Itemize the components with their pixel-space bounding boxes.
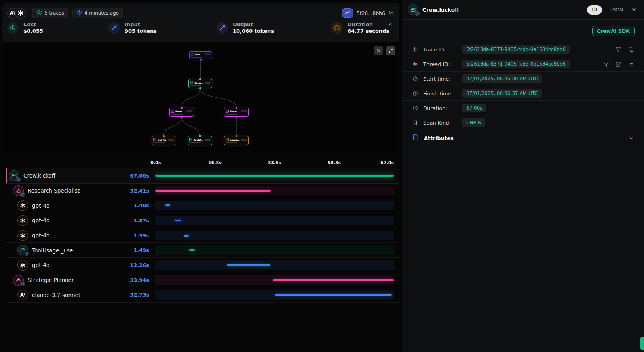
waterfall-row[interactable]: gpt-4o 1.40s xyxy=(6,198,399,213)
graph-node-subtext xyxy=(189,142,201,143)
attributes-section-toggle[interactable]: Attributes xyxy=(402,130,644,146)
trace-age-badge[interactable]: 4 minutes ago xyxy=(72,8,123,18)
agentops-subbadge-icon xyxy=(20,192,25,197)
span-name: gpt-4o xyxy=(32,232,49,238)
waterfall-row[interactable]: Research Specialist 32.41s xyxy=(6,184,399,199)
span-bar[interactable] xyxy=(227,264,270,266)
span-bar[interactable] xyxy=(184,235,189,237)
span-name: Crew.kickoff xyxy=(23,172,55,179)
waterfall-row[interactable]: gpt-4o 1.87s xyxy=(6,213,399,228)
graph-node-subtext xyxy=(226,114,237,115)
copy-trace-id-button[interactable] xyxy=(389,10,394,16)
metrics-row: Cost $0.055 Input 905 tokens Output 10,0… xyxy=(2,19,399,34)
openai-icon xyxy=(17,230,28,241)
span-bar[interactable] xyxy=(155,175,394,177)
tab-json[interactable]: JSON xyxy=(610,7,623,13)
copy-value-button[interactable] xyxy=(628,47,634,53)
dollar-icon xyxy=(7,22,19,34)
span-duration: 1.40s xyxy=(133,202,154,208)
span-bar[interactable] xyxy=(273,279,393,281)
filter-icon-button[interactable] xyxy=(603,61,609,67)
graph-node-badge xyxy=(241,110,247,112)
waterfall-row[interactable]: Crew.kickoff 67.00s xyxy=(6,168,399,184)
graph-expand-button[interactable] xyxy=(386,46,395,55)
span-duration: 12.26s xyxy=(130,262,154,268)
span-bar[interactable] xyxy=(189,249,194,251)
collapse-metrics-button[interactable] xyxy=(387,21,393,29)
trace-overview: A\ 5 traces 4 minutes ago 5f26...8bb6 xyxy=(0,0,402,352)
tab-ui[interactable]: UI xyxy=(587,5,602,15)
crew-icon xyxy=(9,170,19,181)
span-duration: 1.87s xyxy=(133,218,154,223)
detail-value[interactable]: 07/01/2025, 06:06:37 AM UTC xyxy=(462,89,542,98)
hash-icon xyxy=(412,47,418,52)
graph-node-crew[interactable]: Crew.kickoff xyxy=(188,79,212,88)
copy-value-button[interactable] xyxy=(628,61,634,67)
metrics-chart-button[interactable] xyxy=(342,8,353,18)
span-bar[interactable] xyxy=(175,220,182,221)
detail-row: Duration: 67.00s xyxy=(402,101,644,115)
traces-count-label: 5 traces xyxy=(45,10,64,16)
crew-span-icon xyxy=(408,4,418,15)
span-bar[interactable] xyxy=(155,190,271,192)
metric-label: Output xyxy=(233,21,274,27)
crew-icon xyxy=(17,245,28,255)
span-duration: 1.35s xyxy=(133,233,154,238)
clock-icon xyxy=(412,105,418,111)
metric-label: Cost xyxy=(23,21,43,27)
clock-icon xyxy=(412,76,418,81)
waterfall-row[interactable]: ToolUsage._use 1.49s xyxy=(6,243,399,258)
detail-value[interactable]: 5f2613da-8371-9405-fcdd-0a1534cc8bb6 xyxy=(462,45,570,54)
trace-age-label: 4 minutes ago xyxy=(85,10,119,16)
detail-row: Span Kind: CHAIN xyxy=(402,115,644,130)
hash-icon xyxy=(412,61,418,67)
graph-node-sp[interactable]: Strategic Planner xyxy=(224,108,249,117)
span-bar[interactable] xyxy=(275,294,392,296)
graph-node-rs[interactable]: Research Speciali... xyxy=(169,108,194,117)
detail-label: Trace ID: xyxy=(423,47,461,53)
graph-node-badge xyxy=(168,139,174,141)
graph-close-button[interactable] xyxy=(374,46,383,55)
detail-value[interactable]: 5f2613da-8371-9405-fcdd-0a1534cc8bb6 xyxy=(462,60,570,68)
anthropic-icon: A\ xyxy=(17,290,28,300)
trending-up-icon xyxy=(345,10,350,16)
traces-count-badge[interactable]: 5 traces xyxy=(32,8,68,18)
span-name: claude-3.7-sonnet xyxy=(32,292,80,298)
span-duration: 32.73s xyxy=(130,292,154,298)
detail-value[interactable]: 07/01/2025, 06:05:30 AM UTC xyxy=(462,74,542,83)
span-track xyxy=(155,231,394,240)
openai-icon xyxy=(17,200,28,211)
floating-chat-button[interactable] xyxy=(640,337,644,350)
panel-title: Crew.kickoff xyxy=(422,7,459,13)
clock-icon xyxy=(412,91,418,96)
filter-icon-button[interactable] xyxy=(616,47,621,53)
open-external-button[interactable] xyxy=(616,61,621,67)
detail-label: Thread ID: xyxy=(423,61,461,67)
span-details-panel: Crew.kickoff UI JSON CrewAI SDK Trace ID… xyxy=(402,0,644,352)
span-name: Research Specialist xyxy=(28,187,80,194)
waterfall-row[interactable]: A\ claude-3.7-sonnet 32.73s xyxy=(6,288,399,303)
openai-icon xyxy=(17,215,28,226)
graph-node-label: Run xyxy=(195,53,203,56)
panel-close-button[interactable] xyxy=(631,7,637,13)
waterfall-row[interactable]: gpt-4o 12.26s xyxy=(6,258,399,273)
span-bar[interactable] xyxy=(165,204,171,206)
graph-node-claude[interactable]: claude-3.7-sonnet xyxy=(224,136,249,145)
detail-value[interactable]: 67.00s xyxy=(462,104,486,112)
openai-logo xyxy=(15,8,26,19)
agent-icon xyxy=(13,185,24,196)
span-duration: 67.00s xyxy=(130,173,154,179)
graph-node-gpt[interactable]: gpt-4o xyxy=(152,136,175,145)
waterfall-row[interactable]: Strategic Planner 33.94s xyxy=(6,273,399,288)
span-detail-rows: Trace ID: 5f2613da-8371-9405-fcdd-0a1534… xyxy=(402,42,644,130)
trace-view-root: A\ 5 traces 4 minutes ago 5f26...8bb6 xyxy=(0,0,644,352)
detail-value[interactable]: CHAIN xyxy=(462,118,485,127)
span-track xyxy=(155,260,394,270)
detail-label: Finish time: xyxy=(423,91,461,97)
metric-duration: Duration 64.77 seconds xyxy=(331,21,394,34)
detail-row: Start time: 07/01/2025, 06:05:30 AM UTC xyxy=(402,72,644,86)
waterfall-row[interactable]: gpt-4o 1.35s xyxy=(6,228,399,243)
graph-node-tool[interactable]: ToolUsage._use xyxy=(188,136,212,145)
bookmark-icon xyxy=(412,120,418,125)
graph-node-label: ToolUsage._use xyxy=(194,138,203,141)
